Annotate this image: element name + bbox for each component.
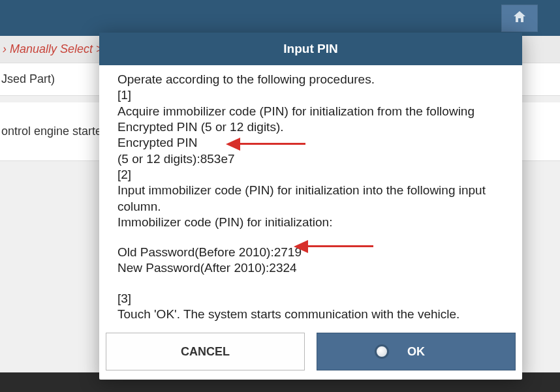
dialog-footer: CANCEL OK bbox=[99, 326, 522, 380]
new-password-line: New Password(After 2010):2324 bbox=[117, 260, 504, 276]
body-text: Operate according to the following proce… bbox=[117, 72, 504, 87]
body-text: Input immobilizer code (PIN) for initial… bbox=[117, 183, 504, 215]
input-pin-dialog: Input PIN Operate according to the follo… bbox=[99, 33, 522, 380]
body-text: Acquire immobilizer code (PIN) for initi… bbox=[117, 104, 504, 136]
body-text: Touch 'OK'. The system starts communicat… bbox=[117, 307, 504, 322]
ok-button[interactable]: OK bbox=[317, 333, 516, 370]
home-button[interactable] bbox=[501, 5, 538, 32]
old-password-line: Old Password(Before 2010):2719 bbox=[117, 245, 504, 260]
topbar-spacer bbox=[543, 5, 555, 32]
touch-indicator-icon bbox=[375, 344, 389, 359]
body-text: Encrypted PIN bbox=[117, 135, 504, 151]
body-text: [3] bbox=[117, 291, 504, 307]
home-icon bbox=[511, 9, 528, 27]
body-text: [1] bbox=[117, 87, 504, 103]
dialog-body: Operate according to the following proce… bbox=[99, 65, 522, 326]
app-topbar bbox=[0, 0, 560, 36]
cancel-button[interactable]: CANCEL bbox=[106, 333, 305, 370]
dialog-title: Input PIN bbox=[99, 33, 522, 65]
ok-button-label: OK bbox=[407, 345, 425, 359]
encrypted-pin-line: (5 or 12 digits):853e7 bbox=[117, 151, 504, 167]
body-text: Immobilizer code (PIN) for initializatio… bbox=[117, 215, 504, 230]
body-text: [2] bbox=[117, 167, 504, 183]
